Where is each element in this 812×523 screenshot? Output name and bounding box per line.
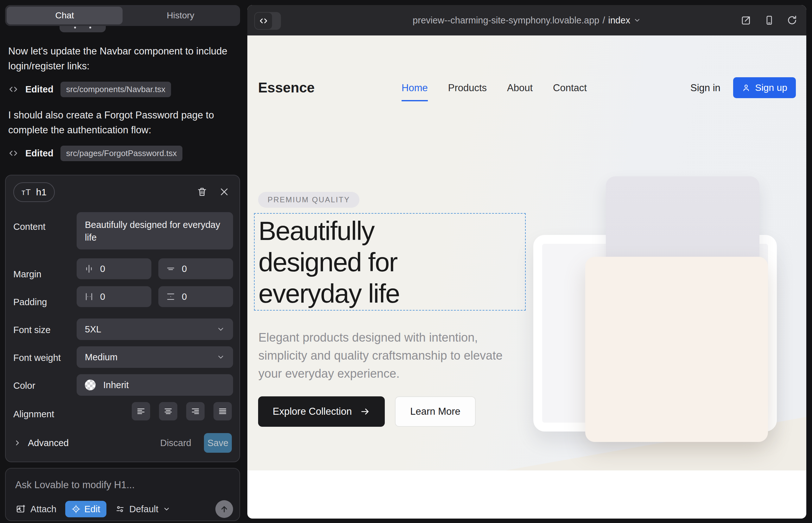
prompt-input[interactable]: Ask Lovable to modify H1... <box>15 479 135 491</box>
user-icon <box>742 83 751 92</box>
target-icon <box>72 505 81 513</box>
font-size-label: Font size <box>13 325 51 335</box>
site-nav: Home Products About Contact <box>402 82 587 94</box>
align-right-button[interactable] <box>186 402 205 420</box>
site-preview: Essence Home Products About Contact Sign… <box>247 35 806 470</box>
hero-subtext: Elegant products designed with intention… <box>259 329 517 383</box>
decorative-card-cream <box>585 257 768 442</box>
edit-mode-pill[interactable]: Edit <box>65 501 106 517</box>
padding-y-value: 0 <box>182 292 187 302</box>
font-weight-select[interactable]: Medium <box>77 346 233 368</box>
padding-vertical-icon <box>166 292 175 301</box>
browser-chrome: preview--charming-site-symphony.lovable.… <box>247 5 806 35</box>
align-center-button[interactable] <box>159 402 177 420</box>
edited-file-chip[interactable]: src/components/Navbar.tsx <box>60 82 171 97</box>
assistant-message: I should also create a Forgot Password p… <box>8 108 235 138</box>
chat-history-tabbar: Chat History <box>5 5 240 26</box>
lovable-workspace: Chat History Now let's update the Navbar… <box>0 0 812 523</box>
font-size-select[interactable]: 5XL <box>77 319 233 340</box>
sign-up-button[interactable]: Sign up <box>733 77 796 98</box>
margin-vertical-icon <box>166 264 175 273</box>
margin-y-value: 0 <box>182 264 187 274</box>
site-logo[interactable]: Essence <box>258 80 315 96</box>
send-button[interactable] <box>215 500 233 518</box>
model-mode-select[interactable]: Default <box>115 504 170 515</box>
padding-horizontal-icon <box>84 292 94 301</box>
edited-label: Edited <box>25 148 54 159</box>
selected-element-pill: тT h1 <box>13 182 55 202</box>
learn-more-button[interactable]: Learn More <box>395 396 476 427</box>
chevron-down-icon <box>217 325 225 333</box>
padding-y-input[interactable]: 0 <box>158 286 233 307</box>
chevron-right-icon <box>13 439 21 447</box>
color-label: Color <box>13 381 35 391</box>
nav-link-home[interactable]: Home <box>402 82 428 94</box>
settings-sliders-icon <box>115 504 125 514</box>
explore-collection-button[interactable]: Explore Collection <box>258 396 385 427</box>
save-button[interactable]: Save <box>204 433 232 453</box>
chevron-down-icon <box>633 16 641 24</box>
margin-x-value: 0 <box>100 264 105 274</box>
tab-history[interactable]: History <box>123 7 239 24</box>
content-input[interactable]: Beautifully designed for everyday life <box>77 212 233 250</box>
padding-x-value: 0 <box>100 292 105 302</box>
element-tag-label: h1 <box>36 187 47 198</box>
nav-link-products[interactable]: Products <box>448 82 487 94</box>
nav-link-about[interactable]: About <box>507 82 533 94</box>
color-value: Inherit <box>103 380 129 390</box>
prompt-toolbar: Attach Edit Default <box>13 500 233 518</box>
padding-label: Padding <box>13 297 47 307</box>
url-bar[interactable]: preview--charming-site-symphony.lovable.… <box>247 5 806 35</box>
font-size-value: 5XL <box>85 324 101 335</box>
transparent-color-swatch <box>85 380 96 390</box>
chrome-actions <box>740 5 797 35</box>
margin-label: Margin <box>13 269 41 279</box>
assistant-message: Now let's update the Navbar component to… <box>8 44 235 73</box>
margin-x-input[interactable]: 0 <box>77 258 152 279</box>
edited-file-chip[interactable]: src/pages/ForgotPassword.tsx <box>60 146 183 161</box>
prompt-box: Ask Lovable to modify H1... Attach Edit … <box>5 468 240 521</box>
advanced-label: Advanced <box>28 438 69 448</box>
attach-button[interactable]: Attach <box>13 504 59 515</box>
close-editor-button[interactable] <box>217 185 231 199</box>
chevron-down-icon <box>163 505 170 513</box>
sign-in-link[interactable]: Sign in <box>690 82 721 94</box>
arrow-right-icon <box>360 407 370 417</box>
attach-label: Attach <box>30 504 56 515</box>
edit-label: Edit <box>84 504 100 515</box>
explore-collection-label: Explore Collection <box>273 406 352 417</box>
advanced-toggle[interactable]: Advanced <box>13 438 69 448</box>
url-host: preview--charming-site-symphony.lovable.… <box>413 15 599 26</box>
premium-quality-badge: PREMIUM QUALITY <box>258 192 359 208</box>
mobile-view-button[interactable] <box>764 15 775 26</box>
open-external-button[interactable] <box>740 15 752 26</box>
delete-element-button[interactable] <box>195 185 209 199</box>
content-label: Content <box>13 222 46 232</box>
editor-footer: Advanced Discard Save <box>13 432 232 453</box>
element-editor-panel: тT h1 Content Beautifully designed for e… <box>5 175 240 462</box>
url-path: index <box>608 15 630 26</box>
code-icon <box>8 148 18 158</box>
color-select[interactable]: Inherit <box>77 374 233 396</box>
hero-headline[interactable]: Beautifully designed for everyday life <box>259 215 455 309</box>
sign-up-label: Sign up <box>755 82 787 93</box>
url-separator: / <box>602 15 605 26</box>
code-icon <box>8 84 18 94</box>
chat-panel: Chat History Now let's update the Navbar… <box>0 0 247 523</box>
alignment-button-group <box>132 402 232 420</box>
text-type-icon: тT <box>21 187 31 197</box>
nav-link-contact[interactable]: Contact <box>553 82 587 94</box>
font-weight-value: Medium <box>85 352 118 362</box>
edited-file-row: Edited src/components/Navbar.tsx <box>8 82 171 97</box>
discard-button[interactable]: Discard <box>160 438 191 448</box>
chevron-down-icon <box>217 353 225 361</box>
alignment-label: Alignment <box>13 409 54 419</box>
mode-label: Default <box>129 504 158 515</box>
scrolled-pill-fragment <box>59 26 106 32</box>
tab-chat[interactable]: Chat <box>7 7 123 24</box>
refresh-button[interactable] <box>787 15 797 26</box>
padding-x-input[interactable]: 0 <box>77 286 152 307</box>
align-justify-button[interactable] <box>213 402 232 420</box>
margin-y-input[interactable]: 0 <box>158 258 233 279</box>
align-left-button[interactable] <box>132 402 150 420</box>
